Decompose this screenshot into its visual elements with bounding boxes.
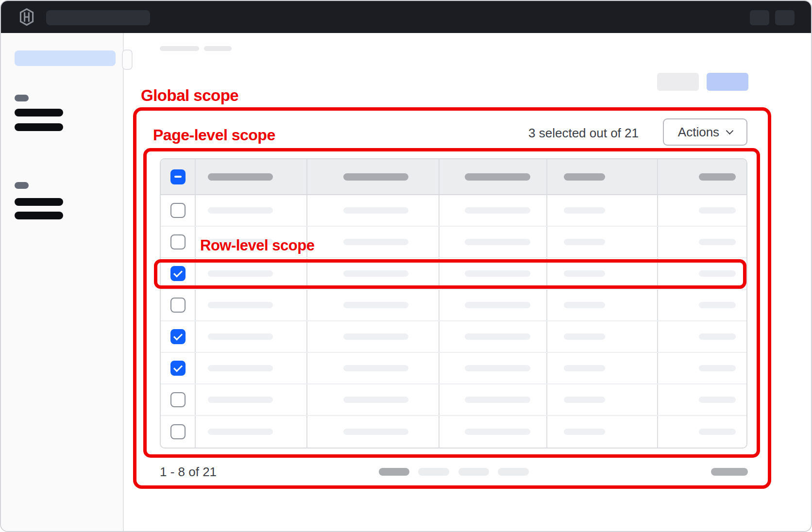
row-select-cell bbox=[161, 258, 196, 289]
table-cell bbox=[658, 195, 746, 226]
secondary-button-skeleton[interactable] bbox=[657, 73, 699, 91]
row-checkbox[interactable] bbox=[170, 203, 186, 218]
column-header[interactable] bbox=[547, 159, 658, 194]
row-checkbox[interactable] bbox=[170, 234, 186, 249]
table-cell bbox=[658, 321, 746, 352]
row-select-cell bbox=[161, 321, 196, 352]
cell-skeleton bbox=[208, 302, 273, 308]
row-checkbox[interactable] bbox=[170, 298, 186, 313]
row-checkbox[interactable] bbox=[170, 266, 186, 281]
cell-skeleton bbox=[465, 333, 530, 340]
table-row[interactable] bbox=[161, 384, 746, 416]
cell-skeleton bbox=[699, 270, 736, 277]
table-cell bbox=[547, 227, 658, 257]
cell-skeleton bbox=[343, 302, 408, 308]
select-all-checkbox[interactable] bbox=[170, 169, 186, 184]
table-cell bbox=[658, 258, 746, 289]
pagination-page-size[interactable] bbox=[711, 468, 748, 476]
table-cell bbox=[307, 321, 440, 352]
row-select-cell bbox=[161, 195, 196, 226]
column-header[interactable] bbox=[196, 159, 307, 194]
sidebar-item[interactable] bbox=[15, 212, 63, 219]
table-row[interactable] bbox=[161, 416, 746, 448]
sidebar-item[interactable] bbox=[15, 109, 63, 116]
cell-skeleton bbox=[699, 397, 736, 403]
cell-skeleton bbox=[465, 397, 530, 403]
table-row[interactable] bbox=[161, 290, 746, 321]
hashicorp-logo-icon bbox=[18, 8, 35, 26]
table-cell bbox=[196, 353, 307, 383]
row-select-cell bbox=[161, 353, 196, 383]
table-cell bbox=[440, 321, 547, 352]
cell-skeleton bbox=[343, 429, 408, 435]
table-row[interactable] bbox=[161, 195, 746, 227]
cell-skeleton bbox=[699, 207, 736, 214]
table-cell bbox=[307, 290, 440, 320]
cell-skeleton bbox=[208, 270, 273, 277]
search-input[interactable] bbox=[46, 10, 150, 25]
actions-label: Actions bbox=[678, 125, 719, 140]
annotation-global-scope: Global scope bbox=[141, 86, 238, 105]
table-cell bbox=[547, 195, 658, 226]
cell-skeleton bbox=[343, 397, 408, 403]
cell-skeleton bbox=[465, 429, 530, 435]
cell-skeleton bbox=[564, 207, 605, 214]
row-checkbox[interactable] bbox=[170, 392, 186, 407]
table-cell bbox=[196, 258, 307, 289]
sidebar-collapse-handle[interactable] bbox=[122, 50, 133, 70]
column-header[interactable] bbox=[307, 159, 440, 194]
cell-skeleton bbox=[699, 239, 736, 245]
sidebar-item[interactable] bbox=[15, 198, 63, 206]
data-table bbox=[160, 158, 747, 449]
table-cell bbox=[658, 353, 746, 383]
table-cell bbox=[196, 384, 307, 415]
cell-skeleton bbox=[699, 365, 736, 371]
table-cell bbox=[196, 290, 307, 320]
table-cell bbox=[547, 321, 658, 352]
sidebar-section-label bbox=[15, 182, 29, 189]
cell-skeleton bbox=[465, 207, 530, 214]
actions-dropdown-button[interactable]: Actions bbox=[663, 118, 747, 146]
table-cell bbox=[196, 195, 307, 226]
table-cell bbox=[440, 290, 547, 320]
table-cell bbox=[307, 195, 440, 226]
row-select-cell bbox=[161, 384, 196, 415]
breadcrumb-skeleton bbox=[160, 46, 199, 51]
table-cell bbox=[547, 384, 658, 415]
row-checkbox[interactable] bbox=[170, 329, 186, 344]
app-window: 3 selected out of 21 Actions Global scop… bbox=[0, 0, 812, 532]
column-header[interactable] bbox=[658, 159, 746, 194]
row-select-cell bbox=[161, 227, 196, 257]
nav-action-icon[interactable] bbox=[750, 10, 769, 25]
sidebar-active-item[interactable] bbox=[15, 50, 116, 66]
pagination-page-button[interactable] bbox=[498, 468, 529, 476]
cell-skeleton bbox=[343, 365, 408, 371]
cell-skeleton bbox=[564, 239, 605, 245]
table-cell bbox=[196, 416, 307, 448]
cell-skeleton bbox=[564, 365, 605, 371]
top-navbar bbox=[1, 1, 811, 33]
table-row[interactable] bbox=[161, 321, 746, 353]
table-cell bbox=[547, 416, 658, 448]
pagination-page-button[interactable] bbox=[418, 468, 449, 476]
table-cell bbox=[547, 290, 658, 320]
sidebar-item[interactable] bbox=[15, 123, 63, 131]
table-row[interactable] bbox=[161, 353, 746, 384]
primary-button-skeleton[interactable] bbox=[707, 73, 748, 91]
column-header[interactable] bbox=[440, 159, 547, 194]
chevron-down-icon bbox=[726, 127, 734, 134]
pagination-page-button[interactable] bbox=[458, 468, 489, 476]
annotation-row-scope: Row-level scope bbox=[200, 237, 314, 254]
row-select-cell bbox=[161, 416, 196, 448]
table-row[interactable] bbox=[161, 258, 746, 290]
select-all-cell bbox=[161, 159, 196, 194]
nav-account-icon[interactable] bbox=[775, 10, 795, 25]
cell-skeleton bbox=[465, 270, 530, 277]
cell-skeleton bbox=[343, 239, 408, 245]
table-cell bbox=[547, 353, 658, 383]
row-checkbox[interactable] bbox=[170, 361, 186, 376]
row-checkbox[interactable] bbox=[170, 424, 186, 439]
cell-skeleton bbox=[208, 397, 273, 403]
pagination-page-button-current[interactable] bbox=[379, 468, 409, 476]
table-cell bbox=[196, 321, 307, 352]
